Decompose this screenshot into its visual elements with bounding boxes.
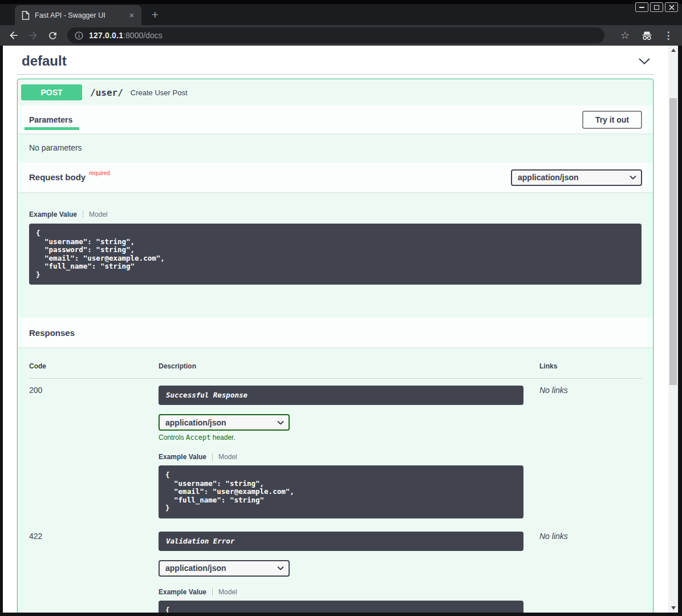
menu-button[interactable]: ⋮ <box>661 29 675 42</box>
tab-separator <box>83 210 83 218</box>
close-button[interactable] <box>665 2 678 12</box>
example-model-tabs: Example Value Model <box>29 210 642 218</box>
response-422-media-type-select[interactable]: application/json <box>159 560 290 577</box>
request-body-example-json: { "username": "string", "password": "str… <box>29 224 642 285</box>
controls-accept-note: Controls Accept header. <box>159 433 539 441</box>
response-links: No links <box>539 386 642 525</box>
tab-model[interactable]: Model <box>218 453 237 461</box>
parameters-header: Parameters Try it out <box>18 106 653 133</box>
back-button[interactable] <box>7 29 21 42</box>
tab-model[interactable]: Model <box>89 210 108 218</box>
responses-table: Code Description Links 200 Successful Re… <box>18 347 653 613</box>
tab-example-value[interactable]: Example Value <box>159 453 206 461</box>
response-code: 422 <box>29 532 159 613</box>
request-body-section: Example Value Model { "username": "strin… <box>18 192 653 318</box>
browser-toolbar: 127.0.0.1:8000/docs ☆ ⋮ <box>0 25 682 46</box>
tab-strip: Fast API - Swagger UI × + <box>0 0 682 25</box>
active-tab-underline <box>25 127 79 130</box>
opblock-post-user: POST /user/ Create User Post Parameters … <box>17 79 653 613</box>
scroll-up-button[interactable] <box>668 46 678 55</box>
column-header-links: Links <box>539 362 642 370</box>
forward-button[interactable] <box>26 29 40 42</box>
tab-model[interactable]: Model <box>218 588 237 596</box>
bookmark-star-button[interactable]: ☆ <box>618 29 632 42</box>
responses-title: Responses <box>29 328 75 338</box>
tab-parameters[interactable]: Parameters <box>29 115 72 124</box>
tab-example-value[interactable]: Example Value <box>159 588 206 596</box>
response-description-cell: Successful Response application/json C <box>159 386 539 525</box>
back-arrow-icon <box>8 30 19 41</box>
responses-header: Responses <box>18 318 653 347</box>
response-description-cell: Validation Error application/json <box>159 532 539 613</box>
response-row-422: 422 Validation Error application/json <box>29 525 642 613</box>
chevron-down-icon[interactable] <box>638 58 651 65</box>
method-badge: POST <box>21 84 82 100</box>
required-badge: required <box>89 170 110 176</box>
tab-close-icon[interactable]: × <box>127 10 137 21</box>
request-body-header: Request bodyrequired application/json <box>18 163 653 192</box>
tab-title: Fast API - Swagger UI <box>35 11 127 19</box>
request-body-media-type-select[interactable]: application/json <box>511 169 642 186</box>
response-links: No links <box>539 532 642 613</box>
maximize-icon <box>654 5 659 10</box>
response-code: 200 <box>29 386 159 525</box>
minimize-button[interactable] <box>635 2 648 12</box>
column-header-description: Description <box>159 362 539 370</box>
scrollbar-thumb[interactable] <box>669 98 677 385</box>
response-description-block: Successful Response <box>159 386 523 405</box>
window-controls <box>635 2 678 12</box>
address-bar[interactable]: 127.0.0.1:8000/docs <box>67 27 604 43</box>
new-tab-button[interactable]: + <box>148 9 162 22</box>
url-host: 127.0.0.1 <box>89 31 123 40</box>
responses-table-head: Code Description Links <box>29 362 642 379</box>
incognito-icon <box>640 29 653 42</box>
endpoint-summary: Create User Post <box>131 88 188 97</box>
column-header-code: Code <box>29 362 159 370</box>
response-row-200: 200 Successful Response application/json <box>29 379 642 525</box>
operation-summary[interactable]: POST /user/ Create User Post <box>18 79 653 106</box>
scroll-up-icon <box>671 48 676 52</box>
tab-separator <box>212 453 213 461</box>
response-422-example-json: { "detail": [ <box>159 601 523 613</box>
tab-example-value[interactable]: Example Value <box>29 210 77 218</box>
browser-tab[interactable]: Fast API - Swagger UI × <box>15 5 141 25</box>
reload-button[interactable] <box>46 29 59 42</box>
example-model-tabs: Example Value Model <box>159 453 539 461</box>
url-path: :8000/docs <box>123 31 163 40</box>
page-scrollbar[interactable] <box>668 46 678 613</box>
response-200-media-type-select[interactable]: application/json <box>159 414 290 431</box>
divider <box>17 74 653 75</box>
example-model-tabs: Example Value Model <box>159 588 539 596</box>
request-body-title: Request body <box>29 172 86 182</box>
page-favicon-icon <box>22 11 30 20</box>
reload-icon <box>47 30 58 41</box>
tab-separator <box>212 588 213 596</box>
response-200-example-json: { "username": "string", "email": "user@e… <box>159 465 523 518</box>
maximize-button[interactable] <box>650 2 663 12</box>
site-info-icon[interactable] <box>74 31 84 40</box>
try-it-out-button[interactable]: Try it out <box>582 111 642 129</box>
scroll-down-icon <box>671 606 676 610</box>
minimize-icon <box>639 7 644 8</box>
page-title: default <box>22 53 67 69</box>
response-description-block: Validation Error <box>159 532 523 551</box>
page-content: default POST /user/ Create User Post Par… <box>3 46 668 613</box>
close-icon <box>669 5 675 10</box>
scroll-down-button[interactable] <box>668 603 678 613</box>
no-parameters-text: No parameters <box>18 133 653 163</box>
forward-arrow-icon <box>27 30 39 41</box>
api-group-header[interactable]: default <box>17 46 653 74</box>
endpoint-path: /user/ <box>90 87 123 98</box>
